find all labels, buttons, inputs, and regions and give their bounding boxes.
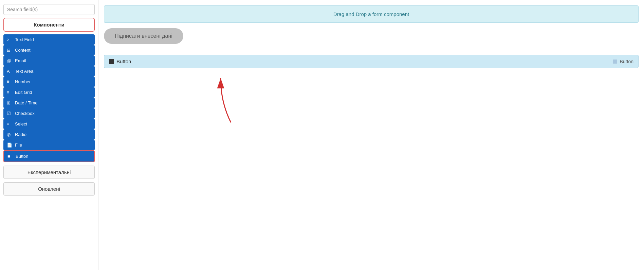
sidebar-item-label: Date / Time (15, 100, 37, 105)
sidebar: Компоненти >_ Text Field ⊟ Content @ Ema… (0, 0, 98, 270)
sidebar-item-label: Email (15, 58, 26, 63)
button-indicator-light-icon (613, 60, 617, 64)
sidebar-item-label: Text Area (15, 69, 33, 74)
number-icon: # (7, 79, 12, 84)
search-input[interactable] (3, 4, 95, 15)
button-indicator-icon (109, 59, 114, 64)
text-area-icon: A (7, 69, 12, 74)
checkbox-icon: ☑ (7, 111, 12, 116)
button-icon: ■ (7, 154, 13, 159)
sidebar-item-label: Edit Grid (15, 90, 32, 95)
radio-icon: ◎ (7, 132, 12, 137)
sidebar-item-content[interactable]: ⊟ Content (3, 45, 95, 55)
experimental-section-header[interactable]: Експериментальні (3, 166, 95, 179)
sidebar-item-label: File (15, 142, 22, 148)
date-time-icon: ⊞ (7, 100, 12, 105)
sidebar-item-label: Select (15, 121, 27, 126)
sidebar-item-label: Button (16, 154, 29, 159)
sidebar-item-text-field[interactable]: >_ Text Field (3, 34, 95, 45)
sidebar-item-text-area[interactable]: A Text Area (3, 66, 95, 77)
sidebar-item-button[interactable]: ■ Button (3, 150, 95, 162)
button-row-right-label: Button (613, 59, 633, 64)
button-row: Button Button (104, 55, 639, 68)
sidebar-item-radio[interactable]: ◎ Radio (3, 129, 95, 140)
component-list: >_ Text Field ⊟ Content @ Email A Text A… (3, 34, 95, 162)
sidebar-item-checkbox[interactable]: ☑ Checkbox (3, 108, 95, 119)
sidebar-item-label: Text Field (15, 37, 34, 42)
text-field-icon: >_ (7, 37, 12, 42)
drop-zone[interactable]: Drag and Drop a form component (104, 5, 639, 23)
sidebar-item-file[interactable]: 📄 File (3, 140, 95, 150)
sidebar-item-label: Radio (15, 132, 26, 137)
submit-button[interactable]: Підписати внесені дані (104, 28, 183, 44)
file-icon: 📄 (7, 142, 12, 148)
content-icon: ⊟ (7, 48, 12, 53)
sidebar-item-label: Checkbox (15, 111, 35, 116)
sidebar-item-number[interactable]: # Number (3, 77, 95, 87)
sidebar-item-date-time[interactable]: ⊞ Date / Time (3, 98, 95, 108)
email-icon: @ (7, 58, 12, 63)
sidebar-item-label: Content (15, 48, 31, 53)
select-icon: ≡ (7, 121, 12, 126)
main-area: Drag and Drop a form component Підписати… (98, 0, 644, 270)
sidebar-item-label: Number (15, 79, 31, 84)
edit-grid-icon: ≡ (7, 90, 12, 95)
sidebar-item-select[interactable]: ≡ Select (3, 119, 95, 129)
components-section-header[interactable]: Компоненти (3, 18, 95, 32)
sidebar-item-edit-grid[interactable]: ≡ Edit Grid (3, 87, 95, 98)
button-row-left-label: Button (109, 58, 131, 64)
sidebar-item-email[interactable]: @ Email (3, 55, 95, 66)
updated-section-header[interactable]: Оновлені (3, 182, 95, 196)
arrow-annotation (210, 68, 238, 122)
